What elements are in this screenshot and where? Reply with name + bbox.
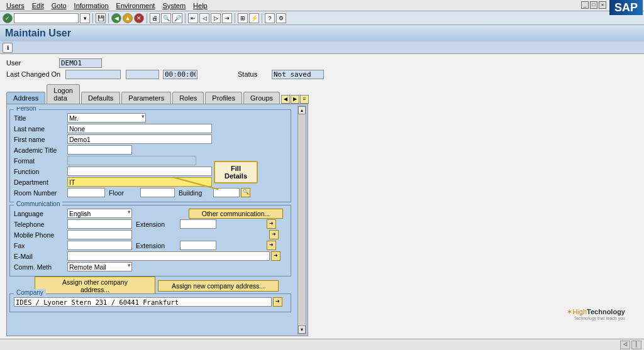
cancel-icon[interactable]: ✕ [134, 13, 144, 23]
menu-bar: Users Edit Goto Information Environment … [0, 0, 644, 11]
comm-method-dropdown[interactable] [67, 262, 132, 271]
info-icon[interactable]: ℹ [3, 43, 13, 53]
assign-new-company-button[interactable]: Assign new company address... [158, 280, 279, 292]
telephone-more-icon[interactable]: ➜ [267, 219, 276, 229]
menu-item-environment[interactable]: Environment [113, 1, 159, 11]
assign-other-company-button[interactable]: Assign other company address... [35, 276, 155, 295]
menu-item-users[interactable]: Users [3, 1, 28, 11]
person-group-title: Person [14, 107, 39, 112]
function-field[interactable] [67, 167, 212, 176]
main-area: User Last Changed On Status Address Logo… [0, 54, 644, 350]
email-field[interactable] [67, 251, 270, 261]
format-label: Format [14, 157, 67, 165]
lastname-label: Last name [14, 125, 67, 133]
scroll-up-icon[interactable]: ▴ [298, 106, 306, 114]
lastchanged-name-field [65, 70, 121, 79]
mobile-field[interactable] [67, 230, 132, 239]
tabs-container: Address Logon data Defaults Parameters R… [6, 84, 638, 336]
company-more-icon[interactable]: ➜ [273, 297, 282, 307]
title-dropdown[interactable] [67, 113, 146, 123]
maximize-icon[interactable]: □ [590, 1, 597, 9]
enter-icon[interactable]: ✓ [3, 13, 13, 23]
back-icon[interactable]: ◀ [111, 13, 121, 23]
layout-icon[interactable]: ⚙ [276, 13, 286, 23]
fax-more-icon[interactable]: ➜ [267, 241, 276, 250]
user-field[interactable] [59, 58, 102, 68]
menu-item-information[interactable]: Information [70, 1, 113, 11]
tab-list-icon[interactable]: ≡ [300, 95, 309, 104]
command-input[interactable] [14, 13, 79, 23]
print-icon[interactable]: 🖨 [150, 13, 160, 23]
fax-label: Fax [14, 242, 67, 249]
function-label: Function [14, 168, 67, 175]
tab-profiles[interactable]: Profiles [205, 92, 242, 104]
tab-scroll-left-icon[interactable]: ◀ [281, 95, 290, 104]
extension2-field[interactable] [180, 241, 216, 250]
user-label: User [6, 59, 57, 67]
person-group: Person Title Last name First name Ac [9, 109, 291, 202]
menu-item-system[interactable]: System [158, 1, 189, 11]
other-communication-button[interactable]: Other communication... [189, 209, 283, 219]
firstname-field[interactable] [67, 134, 212, 144]
menu-item-edit[interactable]: Edit [28, 1, 48, 11]
email-label: E-Mail [14, 253, 67, 260]
building-search-icon[interactable]: 🔍 [241, 188, 250, 197]
tab-logon-data[interactable]: Logon data [47, 84, 80, 104]
last-page-icon[interactable]: ⇥ [222, 13, 232, 23]
minimize-icon[interactable]: _ [581, 1, 589, 9]
language-dropdown[interactable] [67, 209, 132, 218]
language-label: Language [14, 210, 67, 217]
tab-parameters[interactable]: Parameters [121, 92, 171, 104]
help-icon[interactable]: ? [265, 13, 275, 23]
status-nav-left-icon[interactable]: ◁ [620, 341, 630, 349]
status-label: Status [238, 70, 269, 78]
fax-field[interactable] [67, 241, 132, 250]
extension1-field[interactable] [180, 219, 216, 229]
academic-field[interactable] [67, 145, 132, 155]
callout-text: Fill Details [225, 165, 247, 180]
tab-roles[interactable]: Roles [172, 92, 204, 104]
lastchanged-label: Last Changed On [6, 70, 63, 78]
title-label: Title [14, 114, 67, 122]
next-page-icon[interactable]: ▷ [211, 13, 221, 23]
extension1-label: Extension [136, 221, 174, 228]
floor-label: Floor [109, 189, 140, 197]
exit-icon[interactable]: ▲ [123, 13, 133, 23]
first-page-icon[interactable]: ⇤ [188, 13, 198, 23]
tab-scroll-right-icon[interactable]: ▶ [291, 95, 299, 104]
lastchanged-time-field [163, 70, 197, 79]
menu-item-goto[interactable]: Goto [48, 1, 70, 11]
status-nav-right-icon[interactable]: │ [631, 341, 641, 349]
scroll-down-icon[interactable]: ▾ [298, 325, 306, 334]
status-bar: ◁ │ [0, 339, 644, 350]
room-field[interactable] [67, 188, 105, 197]
menu-item-help[interactable]: Help [189, 1, 211, 11]
tab-address[interactable]: Address [6, 92, 45, 104]
dropdown-icon[interactable]: ▾ [80, 13, 90, 23]
header-fields: User Last Changed On Status [6, 58, 638, 79]
scrollbar[interactable]: ▴ ▾ [297, 106, 306, 334]
prev-page-icon[interactable]: ◁ [199, 13, 209, 23]
watermark: ✶HighTechnology Technology that teach yo… [567, 306, 625, 320]
method-label: Comm. Meth [14, 263, 67, 271]
close-icon[interactable]: × [599, 1, 606, 9]
company-group-title: Company [14, 289, 46, 296]
tab-groups[interactable]: Groups [243, 92, 280, 104]
save-icon[interactable]: 💾 [96, 13, 106, 23]
firstname-label: First name [14, 136, 67, 143]
floor-field[interactable] [140, 188, 175, 197]
find-next-icon[interactable]: 🔎 [172, 13, 182, 23]
tab-defaults[interactable]: Defaults [81, 92, 120, 104]
mobile-more-icon[interactable]: ➜ [269, 230, 279, 239]
find-icon[interactable]: 🔍 [161, 13, 171, 23]
company-field[interactable] [14, 297, 272, 307]
shortcut-icon[interactable]: ⚡ [249, 13, 259, 23]
academic-label: Academic Title [14, 146, 67, 154]
telephone-field[interactable] [67, 219, 132, 229]
toolbar: ✓ ▾ 💾 ◀ ▲ ✕ 🖨 🔍 🔎 ⇤ ◁ ▷ ⇥ ⊞ ⚡ ? ⚙ [0, 11, 644, 25]
lastname-field[interactable] [67, 124, 212, 133]
page-title: Maintain User [5, 28, 639, 39]
new-session-icon[interactable]: ⊞ [238, 13, 248, 23]
email-more-icon[interactable]: ➜ [271, 251, 280, 261]
sap-logo: SAP [609, 0, 643, 15]
